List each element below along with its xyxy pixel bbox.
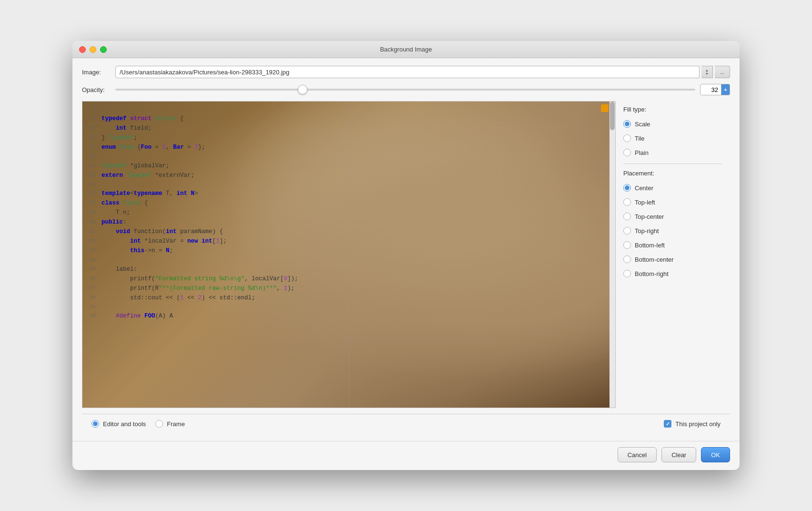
separator	[623, 164, 722, 164]
fill-type-tile[interactable]: Tile	[623, 133, 722, 143]
preview-container: 8 9 typedef struct Struct { 10 int field…	[82, 101, 616, 408]
placement-top-left[interactable]: Top-left	[623, 197, 722, 207]
placement-bottom-right-radio[interactable]	[623, 270, 631, 277]
placement-bottom-right-label: Bottom-right	[635, 270, 669, 277]
placement-top-center-label: Top-center	[635, 213, 664, 220]
frame-label: Frame	[167, 420, 185, 428]
browse-button[interactable]: ...	[715, 66, 730, 78]
frame-radio[interactable]	[155, 420, 163, 428]
slider-container	[115, 85, 695, 94]
right-panel: Fill type: Scale Tile Plain Placement:	[616, 101, 730, 408]
scrollbar[interactable]	[609, 102, 615, 408]
placement-top-right-label: Top-right	[635, 227, 659, 235]
placement-center-radio[interactable]	[623, 184, 631, 192]
placement-bottom-left-label: Bottom-left	[635, 242, 665, 249]
opacity-plus[interactable]: +	[721, 84, 730, 95]
fill-type-plain-radio[interactable]	[623, 149, 631, 156]
path-spinner[interactable]: ▲ ▼	[701, 66, 713, 78]
placement-center-label: Center	[635, 184, 653, 192]
placement-top-center[interactable]: Top-center	[623, 211, 722, 222]
fill-type-plain-label: Plain	[635, 149, 649, 156]
placement-bottom-center-label: Bottom-center	[635, 256, 674, 263]
scrollbar-thumb[interactable]	[610, 102, 615, 130]
image-input-container: ▲ ▼ ...	[115, 66, 730, 78]
opacity-row: Opacity: +	[82, 84, 730, 95]
window-title: Background Image	[380, 46, 432, 53]
ok-button[interactable]: OK	[701, 447, 730, 462]
fill-type-tile-radio[interactable]	[623, 134, 631, 142]
fill-type-scale[interactable]: Scale	[623, 119, 722, 129]
dialog-content: Image: ▲ ▼ ... Opacity: +	[72, 58, 740, 441]
clear-button[interactable]: Clear	[661, 447, 696, 462]
opacity-value-container: +	[700, 84, 730, 95]
fill-type-title: Fill type:	[623, 106, 722, 113]
placement-top-right[interactable]: Top-right	[623, 225, 722, 236]
editor-tools-label: Editor and tools	[103, 420, 146, 428]
placement-bottom-left-radio[interactable]	[623, 241, 631, 249]
project-only-checkbox[interactable]	[664, 420, 671, 428]
dialog: Background Image Image: ▲ ▼ ... Opacity:	[72, 41, 740, 470]
placement-top-right-radio[interactable]	[623, 227, 631, 235]
opacity-label: Opacity:	[82, 86, 111, 93]
image-path-input[interactable]	[115, 66, 700, 78]
fill-type-scale-radio[interactable]	[623, 120, 631, 128]
minimize-button[interactable]	[90, 46, 96, 53]
fill-type-scale-label: Scale	[635, 121, 650, 128]
editor-tools-option[interactable]: Editor and tools	[91, 420, 146, 428]
placement-top-left-radio[interactable]	[623, 198, 631, 206]
placement-bottom-center-radio[interactable]	[623, 256, 631, 263]
opacity-value-input[interactable]	[700, 84, 721, 95]
image-label: Image:	[82, 69, 111, 76]
placement-bottom-left[interactable]: Bottom-left	[623, 240, 722, 250]
close-button[interactable]	[79, 46, 86, 53]
project-only-option[interactable]: This project only	[664, 420, 721, 428]
frame-option[interactable]: Frame	[155, 420, 185, 428]
placement-center[interactable]: Center	[623, 183, 722, 193]
cancel-button[interactable]: Cancel	[618, 447, 657, 462]
titlebar-buttons	[79, 46, 107, 53]
opacity-slider[interactable]	[115, 89, 695, 91]
placement-bottom-center[interactable]: Bottom-center	[623, 254, 722, 265]
fill-type-plain[interactable]: Plain	[623, 147, 722, 158]
preview-divider	[349, 102, 349, 408]
placement-title: Placement:	[623, 170, 722, 177]
orange-indicator	[601, 104, 609, 112]
action-buttons: Cancel Clear OK	[72, 441, 740, 470]
placement-top-left-label: Top-left	[635, 199, 655, 206]
placement-top-center-radio[interactable]	[623, 213, 631, 220]
bottom-bar: Editor and tools Frame This project only	[82, 414, 730, 433]
placement-bottom-right[interactable]: Bottom-right	[623, 268, 722, 279]
main-area: 8 9 typedef struct Struct { 10 int field…	[82, 101, 730, 408]
image-row: Image: ▲ ▼ ...	[82, 66, 730, 78]
editor-tools-radio[interactable]	[91, 420, 99, 428]
titlebar: Background Image	[72, 41, 740, 58]
maximize-button[interactable]	[100, 46, 107, 53]
fill-type-tile-label: Tile	[635, 135, 644, 142]
project-only-label: This project only	[675, 420, 721, 428]
